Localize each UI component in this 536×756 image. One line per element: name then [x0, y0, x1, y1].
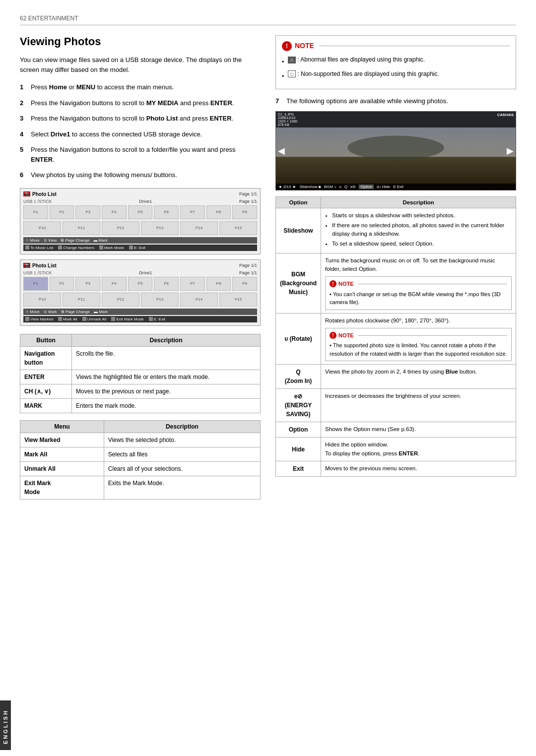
opt-slideshow: Slideshow — [276, 208, 321, 253]
btn-ch: CH (∧, ∨) — [20, 384, 72, 398]
opt-zoom: Q(Zoom In) — [276, 365, 321, 389]
viewer-btn-energy[interactable]: e⊘ — [350, 185, 356, 189]
opt-exit-desc: Moves to the previous menu screen. — [321, 461, 516, 476]
btn-mark-mode[interactable]: Mark Mode — [99, 246, 124, 250]
photo-thumb-p6: P6 — [154, 205, 179, 219]
bgm-note-text: • You can't change or set-up the BGM whi… — [330, 291, 501, 306]
viewer-btn-hide[interactable]: d♪ Hide — [377, 185, 390, 189]
table-row-rotate: υ (Rotate) Rotates photos clockwise (90°… — [276, 313, 516, 365]
photo-thumb-p9: P9 — [232, 205, 257, 219]
page-info-1: Page 1/1 — [239, 191, 257, 196]
page-info-right-1: Page 1/1 — [239, 199, 257, 204]
menu-exit-mark: Exit MarkMode — [20, 476, 104, 499]
step-num-7: 7 — [275, 96, 282, 106]
progress-arrow-right[interactable]: ► — [293, 185, 297, 189]
rotate-note-icon: ! — [330, 332, 336, 339]
step-3: 3 Press the Navigation buttons to scroll… — [20, 114, 261, 124]
menu-mark-all-desc: Selects all files — [104, 447, 260, 461]
photo-thumb-p1: P1 — [23, 205, 48, 219]
btn-exit-mark[interactable]: Exit Mark Mode — [111, 317, 144, 321]
btn-bar-2: View Marked Mark All Unmark All Exit Mar… — [23, 316, 257, 322]
step-num-2: 2 — [20, 98, 27, 108]
menu-table: Menu Description View Marked Views the s… — [20, 420, 261, 500]
btn-music[interactable]: To Music List — [25, 246, 53, 250]
photo-thumb-b-p10: P10 — [23, 293, 61, 307]
btn-exit-1[interactable]: E: Exit — [129, 246, 145, 250]
opt-energy: e⊘(ENERGYSAVING) — [276, 389, 321, 422]
page-header: 62 ENTERTAINMENT — [20, 15, 516, 25]
usb-info-2: USB 1 /STICK — [23, 270, 52, 275]
table-row-option: Option Shows the Option menu (See p.63). — [276, 422, 516, 438]
btn-mark-all[interactable]: Mark All — [58, 317, 77, 321]
photo-thumb-p12: P12 — [102, 221, 139, 235]
photo-list-label-1: Photo List — [32, 191, 57, 197]
photo-thumb-b-p1: P1 — [23, 277, 48, 291]
photo-thumb-b-p9: P9 — [232, 277, 257, 291]
table-row-energy: e⊘(ENERGYSAVING) Increases or decreases … — [276, 389, 516, 422]
rotate-note-header: ! NOTE — [330, 331, 507, 340]
table-row-hide: Hide Hides the option window.To display … — [276, 438, 516, 461]
viewer-btn-exit[interactable]: E Exit — [393, 185, 403, 189]
photo-list-title-2: 📷 Photo List — [23, 263, 57, 268]
photo-thumb-p8: P8 — [206, 205, 231, 219]
viewer-arrow-right[interactable]: ▶ — [507, 145, 514, 156]
canvas-label: CANVAS — [497, 113, 514, 126]
nav-mark-btn-2: ▬ Mark — [94, 310, 108, 314]
step-text-7: The following options are available whil… — [286, 96, 448, 106]
viewer-btn-option[interactable]: Option — [359, 185, 374, 189]
menu-view-marked-desc: Views the selected photo. — [104, 433, 260, 447]
viewer-progress: ◄ 2/13 ► — [278, 185, 296, 189]
description-col-header: Description — [71, 334, 260, 346]
viewer-arrow-left[interactable]: ◀ — [278, 145, 285, 156]
viewer-btn-slideshow[interactable]: Slideshow ■ — [299, 185, 321, 189]
table-row: ENTER Views the highlighted file or ente… — [20, 370, 261, 384]
viewer-bottom-bar: ◄ 2/13 ► Slideshow ■ BGM ♪ υ Q e⊘ Option… — [276, 184, 516, 190]
option-col-header: Option — [276, 196, 321, 208]
right-column: ! NOTE • ⚠ : Abnormal files are displaye… — [275, 35, 516, 506]
opt-option-desc: Shows the Option menu (See p.63). — [321, 422, 516, 438]
viewer-btn-rotate[interactable]: υ — [339, 185, 341, 189]
opt-energy-desc: Increases or decreases the brightness of… — [321, 389, 516, 422]
step-text-1: Press Home or MENU to access the main me… — [31, 82, 261, 92]
opt-exit: Exit — [276, 461, 321, 476]
step-text-5: Press the Navigation buttons to scroll t… — [31, 145, 261, 164]
photo-thumb-p4: P4 — [102, 205, 127, 219]
menu-desc-header: Description — [104, 420, 260, 433]
photo-thumb-b-p13: P13 — [141, 293, 179, 307]
photo-list-screenshots: 📷 Photo List Page 1/1 USB 1 /STICK Drive… — [20, 188, 261, 326]
photo-list-box-1: 📷 Photo List Page 1/1 USB 1 /STICK Drive… — [20, 188, 261, 254]
bgm-note-title: NOTE — [338, 280, 354, 288]
abnormal-icon: ⚠ — [288, 57, 296, 63]
usb-info-1: USB 1 /STICK — [23, 199, 52, 204]
left-column: Viewing Photos You can view image files … — [20, 35, 261, 506]
btn-unmark-all[interactable]: Unmark All — [82, 317, 107, 321]
btn-change-num[interactable]: Change Numbers — [58, 246, 94, 250]
step-7: 7 The following options are available wh… — [275, 96, 516, 106]
step-6: 6 View photos by using the following men… — [20, 170, 261, 180]
opt-zoom-desc: Views the photo by zoom in 2, 4 times by… — [321, 365, 516, 389]
photo-thumb-b-p4: P4 — [102, 277, 127, 291]
opt-option: Option — [276, 422, 321, 438]
opt-rotate-desc: Rotates photos clockwise (90°, 180°, 270… — [321, 313, 516, 365]
photo-thumb-p5: P5 — [128, 205, 153, 219]
note-header: ! NOTE — [282, 41, 510, 51]
opt-hide: Hide — [276, 438, 321, 461]
opt-slideshow-desc: Starts or stops a slideshow with selecte… — [321, 208, 516, 253]
viewer-btn-bgm[interactable]: BGM ♪ — [324, 185, 336, 189]
photo-thumb-p15: P15 — [219, 221, 257, 235]
viewer-btn-zoom[interactable]: Q — [344, 185, 347, 189]
bullet-dot-2: • — [282, 72, 285, 81]
opt-bgm: BGM(BackgroundMusic) — [276, 253, 321, 313]
btn-exit-2[interactable]: E: Exit — [149, 317, 165, 321]
progress-arrow-left[interactable]: ◄ — [278, 185, 282, 189]
photo-grid-row2-b: P10 P11 P12 P13 P14 P15 — [23, 293, 257, 307]
menu-col-header: Menu — [20, 420, 104, 433]
step-num-6: 6 — [20, 170, 27, 180]
drive-info-2: Drive1 — [139, 270, 152, 275]
nav-view: ⊙ View — [44, 238, 57, 243]
btn-view-marked[interactable]: View Marked — [25, 317, 53, 321]
step-2: 2 Press the Navigation buttons to scroll… — [20, 98, 261, 108]
photo-list-title-1: 📷 Photo List — [23, 191, 57, 197]
btn-bar-1: To Music List Change Numbers Mark Mode E… — [23, 245, 257, 251]
bullet-dot-1: • — [282, 58, 285, 66]
